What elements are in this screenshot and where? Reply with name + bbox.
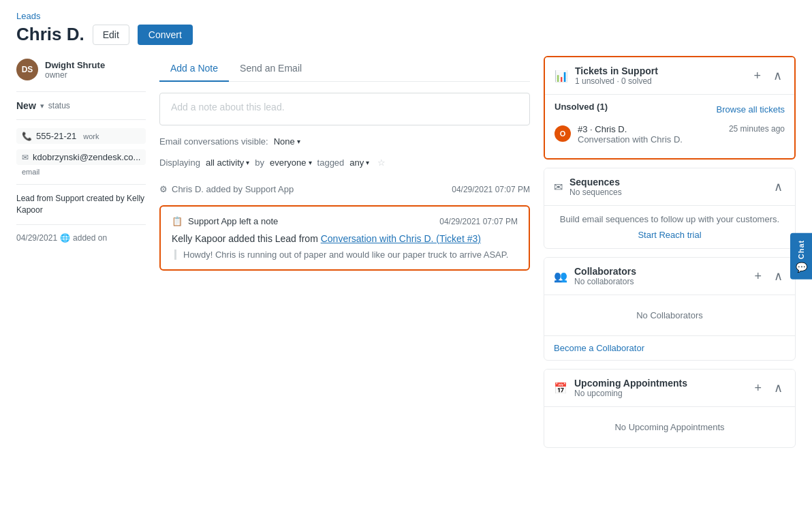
email-visible-dropdown[interactable]: None ▾: [274, 136, 300, 147]
activity-system-time: 04/29/2021 07:07 PM: [452, 185, 530, 194]
ticket-subtitle: Conversation with Chris D.: [578, 134, 722, 145]
status-row: New ▾ status: [16, 100, 146, 111]
collaborators-panel-body: No Collaborators: [544, 295, 795, 335]
status-arrow-icon: ▾: [40, 102, 44, 110]
tickets-panel-title: Tickets in Support: [575, 65, 658, 76]
phone-info[interactable]: 📞 555-21-21 work: [16, 128, 146, 144]
tickets-panel-header-left: 📊 Tickets in Support 1 unsolved · 0 solv…: [555, 65, 658, 86]
everyone-dropdown[interactable]: everyone ▾: [270, 157, 311, 168]
sequences-body: Build email sequences to follow up with …: [544, 205, 795, 248]
divider-4: [16, 224, 146, 225]
sequences-desc: Build email sequences to follow up with …: [554, 214, 785, 224]
all-activity-dropdown[interactable]: all activity ▾: [206, 157, 249, 168]
sequences-panel-title: Sequences: [569, 177, 622, 187]
collaborators-panel-header: 👥 Collaborators No collaborators + ∧: [544, 258, 795, 295]
divider-3: [16, 184, 146, 185]
divider: [16, 91, 146, 92]
tabs: Add a Note Send an Email: [159, 56, 530, 82]
tab-add-note[interactable]: Add a Note: [159, 56, 229, 82]
note-body-link[interactable]: Conversation with Chris D. (Ticket #3): [321, 233, 481, 244]
appointments-panel-actions: + ∧: [751, 379, 785, 397]
any-arrow-icon: ▾: [366, 159, 369, 166]
divider-2: [16, 119, 146, 120]
note-icon: 📋: [172, 216, 183, 226]
ticket-item[interactable]: O #3 · Chris D. Conversation with Chris …: [555, 117, 785, 151]
added-date-value: 04/29/2021: [16, 233, 57, 243]
edit-button[interactable]: Edit: [93, 25, 129, 45]
any-dropdown[interactable]: any ▾: [349, 157, 369, 168]
appointments-panel: 📅 Upcoming Appointments No upcoming + ∧ …: [544, 369, 796, 448]
email-icon: ✉: [22, 153, 29, 162]
tickets-panel-header: 📊 Tickets in Support 1 unsolved · 0 solv…: [545, 57, 794, 94]
tickets-panel: 📊 Tickets in Support 1 unsolved · 0 solv…: [544, 56, 796, 160]
email-type-label: email: [22, 168, 146, 176]
owner-row: DS Dwight Shrute owner: [16, 59, 146, 80]
note-card-time: 04/29/2021 07:07 PM: [439, 217, 518, 226]
email-value: kdobrzynski@zendesk.co...: [33, 152, 140, 162]
browse-tickets-link[interactable]: Browse all tickets: [717, 104, 785, 115]
phone-icon: 📞: [22, 132, 32, 141]
page-title: Chris D.: [16, 24, 84, 45]
added-label: added on: [73, 233, 107, 243]
all-activity-arrow-icon: ▾: [246, 159, 249, 166]
collaborators-panel-header-left: 👥 Collaborators No collaborators: [554, 266, 636, 286]
sequences-icon: ✉: [554, 181, 563, 194]
phone-type: work: [83, 132, 99, 140]
chat-widget[interactable]: Chat 💬: [790, 232, 812, 279]
tagged-label: tagged: [317, 157, 345, 168]
appointments-panel-body: No Upcoming Appointments: [544, 406, 795, 447]
tab-send-email[interactable]: Send an Email: [229, 56, 313, 82]
appointments-collapse-button[interactable]: ∧: [771, 379, 785, 397]
tickets-unsolved-label: Unsolved (1): [555, 102, 608, 112]
note-card-title: 📋 Support App left a note: [172, 216, 278, 226]
status-value[interactable]: New: [16, 100, 36, 111]
owner-name: Dwight Shrute: [45, 60, 105, 70]
no-collaborators-text: No Collaborators: [554, 302, 785, 329]
tickets-panel-text: Tickets in Support 1 unsolved · 0 solved: [575, 65, 658, 86]
note-card-header: 📋 Support App left a note 04/29/2021 07:…: [172, 216, 518, 226]
email-info[interactable]: ✉ kdobrzynski@zendesk.co...: [16, 149, 146, 165]
note-body-prefix: Kelly Kapoor added this Lead from: [172, 233, 318, 244]
collaborators-panel-actions: + ∧: [751, 267, 785, 285]
star-icon[interactable]: ☆: [377, 157, 386, 168]
right-panel: 📊 Tickets in Support 1 unsolved · 0 solv…: [544, 56, 796, 512]
collaborators-add-button[interactable]: +: [751, 268, 764, 285]
appointments-panel-subtitle: No upcoming: [574, 389, 687, 398]
tickets-panel-actions: + ∧: [751, 67, 785, 85]
ticket-time: 25 minutes ago: [729, 124, 785, 134]
appointments-add-button[interactable]: +: [751, 380, 764, 397]
note-body: Kelly Kapoor added this Lead from Conver…: [172, 233, 518, 244]
tickets-panel-subtitle: 1 unsolved · 0 solved: [575, 76, 658, 86]
appointments-panel-header-left: 📅 Upcoming Appointments No upcoming: [554, 378, 687, 398]
become-collaborator-link[interactable]: Become a Collaborator: [544, 335, 795, 360]
lead-source: Lead from Support created by Kelly Kapoo…: [16, 193, 146, 216]
phone-value: 555-21-21: [36, 131, 76, 141]
breadcrumb[interactable]: Leads: [16, 11, 796, 21]
globe-icon: 🌐: [60, 233, 70, 243]
tickets-collapse-button[interactable]: ∧: [770, 67, 785, 85]
appointments-panel-header: 📅 Upcoming Appointments No upcoming + ∧: [544, 370, 795, 406]
collaborators-icon: 👥: [554, 270, 567, 283]
activity-system-text: Chris D. added by Support App: [172, 184, 452, 194]
start-trial-link[interactable]: Start Reach trial: [554, 230, 785, 240]
tickets-panel-body: Unsolved (1) Browse all tickets O #3 · C…: [545, 94, 794, 158]
tickets-add-button[interactable]: +: [751, 67, 764, 85]
owner-info: Dwight Shrute owner: [45, 60, 105, 80]
sequences-panel: ✉ Sequences No sequences ∧ Build email s…: [544, 168, 796, 249]
collaborators-panel-subtitle: No collaborators: [574, 277, 636, 286]
tickets-label-row: Unsolved (1) Browse all tickets: [555, 102, 785, 117]
activity-system: ⚙ Chris D. added by Support App 04/29/20…: [159, 179, 530, 200]
center-content: Add a Note Send an Email Add a note abou…: [159, 56, 530, 512]
convert-button[interactable]: Convert: [138, 25, 193, 45]
ticket-badge: O: [555, 125, 571, 142]
email-visible-label: Email conversations visible:: [159, 136, 268, 147]
displaying-label: Displaying: [159, 157, 200, 168]
sequences-panel-header-left: ✉ Sequences No sequences: [554, 177, 622, 197]
note-input[interactable]: Add a note about this lead.: [159, 93, 530, 125]
collaborators-collapse-button[interactable]: ∧: [771, 267, 785, 285]
sequences-collapse-button[interactable]: ∧: [771, 178, 785, 196]
activity-filter-row: Displaying all activity ▾ by everyone ▾ …: [159, 157, 530, 168]
appointments-panel-text: Upcoming Appointments No upcoming: [574, 378, 687, 398]
note-quote: Howdy! Chris is running out of paper and…: [174, 250, 518, 260]
left-sidebar: DS Dwight Shrute owner New ▾ status 📞 55…: [16, 56, 146, 512]
